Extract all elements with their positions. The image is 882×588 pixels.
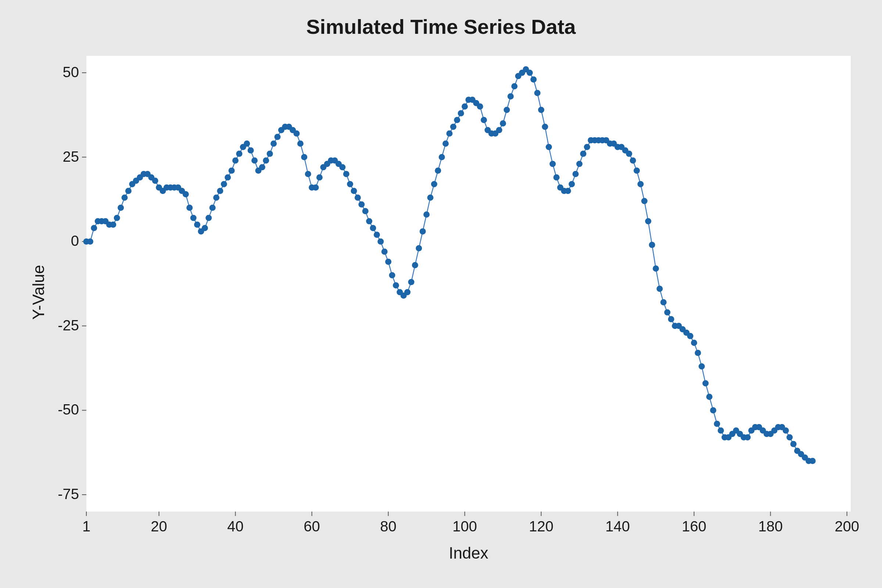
data-point: [511, 83, 518, 89]
data-point: [744, 434, 751, 440]
data-point: [263, 157, 269, 164]
data-point: [355, 194, 361, 201]
data-point: [790, 441, 797, 447]
data-point: [362, 208, 369, 214]
data-point: [710, 407, 716, 413]
data-point: [294, 130, 300, 137]
y-tick-label: 0: [71, 232, 79, 249]
data-point: [439, 154, 445, 160]
data-point: [657, 285, 663, 292]
plot-svg: [0, 0, 882, 588]
data-point: [786, 434, 793, 440]
data-point: [542, 123, 548, 130]
data-point: [91, 225, 97, 231]
x-tick-label: 60: [297, 518, 327, 535]
data-point: [546, 144, 552, 150]
data-point: [225, 174, 231, 180]
data-point: [718, 428, 724, 434]
data-point: [626, 151, 632, 157]
data-point: [549, 160, 556, 167]
data-point: [649, 242, 655, 248]
data-point: [122, 194, 128, 201]
data-point: [217, 188, 224, 194]
data-point: [389, 272, 395, 279]
data-point: [313, 184, 319, 191]
data-point: [339, 164, 345, 171]
data-point: [454, 117, 460, 123]
data-point: [87, 238, 93, 245]
data-point: [186, 205, 193, 211]
data-point: [450, 123, 456, 130]
data-point: [232, 157, 238, 164]
data-point: [152, 177, 158, 184]
x-tick-label: 180: [756, 518, 785, 535]
data-point: [206, 214, 212, 221]
data-point: [496, 127, 502, 134]
data-point: [630, 157, 636, 164]
data-point: [447, 130, 453, 137]
data-point: [810, 458, 816, 464]
data-point: [428, 194, 434, 201]
data-point: [477, 103, 483, 110]
data-point: [691, 340, 697, 346]
data-point: [347, 181, 353, 188]
y-tick-label: -25: [58, 317, 79, 334]
data-point: [664, 309, 670, 316]
data-point: [221, 181, 227, 188]
data-point: [202, 225, 208, 231]
x-tick-label: 80: [374, 518, 403, 535]
data-point: [416, 245, 422, 251]
data-point: [183, 191, 189, 197]
data-point: [248, 147, 254, 154]
data-point: [431, 181, 437, 188]
data-point: [702, 380, 708, 386]
data-point: [194, 222, 200, 228]
data-point: [554, 174, 560, 180]
data-point: [687, 333, 693, 339]
x-tick-label: 20: [144, 518, 174, 535]
data-point: [783, 428, 789, 434]
data-point: [236, 151, 243, 157]
data-point: [270, 140, 277, 147]
data-point: [274, 134, 281, 140]
data-point: [634, 168, 640, 174]
data-point: [573, 171, 579, 177]
data-point: [565, 188, 571, 194]
data-point: [706, 394, 712, 400]
data-point: [420, 228, 426, 234]
data-point: [576, 160, 582, 167]
x-tick-label: 200: [832, 518, 862, 535]
data-point: [251, 157, 258, 164]
x-tick-label: 40: [221, 518, 250, 535]
data-point: [442, 140, 449, 147]
data-point: [210, 205, 216, 211]
data-point: [408, 279, 414, 285]
data-point: [213, 194, 219, 201]
data-point: [580, 151, 586, 157]
data-point: [412, 262, 418, 268]
data-point: [190, 214, 196, 221]
data-point: [568, 181, 575, 188]
data-point: [695, 350, 701, 356]
x-tick-label: 160: [680, 518, 709, 535]
data-point: [114, 214, 120, 221]
data-point: [668, 316, 674, 322]
data-point: [125, 188, 132, 194]
data-point: [370, 225, 376, 231]
data-point: [351, 188, 357, 194]
data-point: [305, 171, 311, 177]
y-tick-label: 25: [63, 148, 80, 165]
data-point: [381, 248, 388, 255]
data-point: [343, 171, 350, 177]
x-tick-label: 100: [450, 518, 480, 535]
x-tick-label: 120: [526, 518, 556, 535]
data-point: [500, 120, 506, 126]
data-point: [385, 259, 392, 265]
data-point: [229, 168, 235, 174]
data-point: [301, 154, 307, 160]
data-point: [358, 201, 364, 208]
y-tick-label: -75: [58, 486, 79, 502]
x-axis-label: Index: [86, 544, 851, 562]
data-point: [507, 93, 514, 100]
data-point: [110, 222, 116, 228]
